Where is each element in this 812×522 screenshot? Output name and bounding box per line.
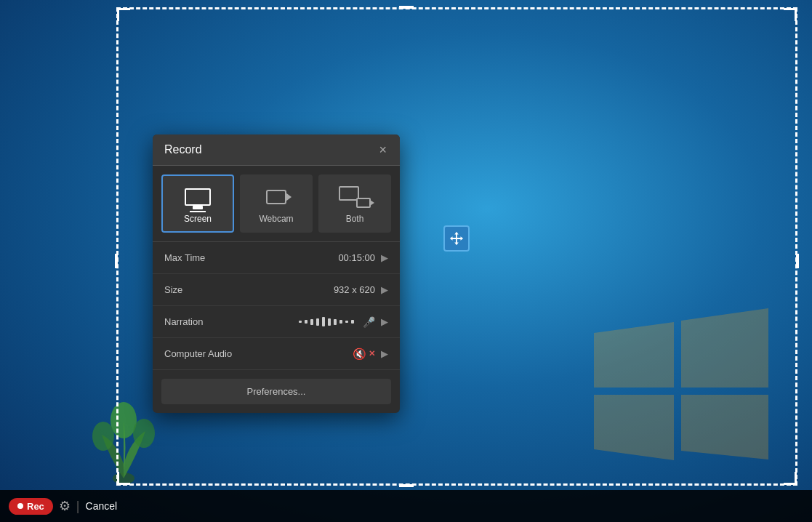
- bar-7: [334, 319, 337, 325]
- settings-gear-button[interactable]: ⚙: [59, 498, 71, 514]
- rec-dot-indicator: [17, 503, 23, 509]
- bar-3: [310, 319, 313, 325]
- size-arrow: ▶: [381, 284, 388, 295]
- dialog-header: Record ×: [153, 134, 400, 166]
- plant-decoration: [87, 398, 160, 486]
- max-time-label: Max Time: [164, 252, 338, 263]
- settings-section: Max Time 00:15:00 ▶ Size 932 x 620 ▶ Nar…: [153, 241, 400, 370]
- size-label: Size: [164, 284, 334, 295]
- both-mode-label: Both: [346, 214, 364, 224]
- max-time-row[interactable]: Max Time 00:15:00 ▶: [153, 242, 400, 274]
- svg-point-3: [133, 419, 155, 448]
- left-resize-handle[interactable]: [115, 254, 118, 268]
- preferences-button[interactable]: Preferences...: [161, 379, 391, 404]
- rec-label: Rec: [27, 501, 44, 512]
- computer-audio-arrow: ▶: [381, 348, 388, 359]
- svg-point-1: [110, 402, 137, 438]
- size-value: 932 x 620: [334, 284, 375, 295]
- bar-6: [328, 318, 331, 326]
- mode-button-group: Screen Webcam Both: [153, 166, 400, 241]
- narration-level-bars: [299, 317, 354, 326]
- webcam-mode-label: Webcam: [259, 214, 293, 224]
- bar-9: [345, 321, 348, 323]
- bottom-toolbar: Rec ⚙ | Cancel: [0, 490, 812, 522]
- mute-x-icon: ✕: [369, 349, 375, 358]
- top-resize-handle[interactable]: [399, 6, 414, 9]
- size-row[interactable]: Size 932 x 620 ▶: [153, 274, 400, 306]
- record-dialog: Record × Screen Webcam: [153, 134, 400, 413]
- bar-2: [305, 320, 307, 324]
- toolbar-separator: |: [76, 499, 80, 514]
- dialog-title: Record: [164, 143, 202, 156]
- bar-4: [316, 318, 319, 326]
- bar-10: [351, 320, 354, 324]
- audio-muted-icon: 🔇 ✕: [353, 348, 375, 361]
- bottom-resize-handle[interactable]: [399, 484, 414, 487]
- right-resize-handle[interactable]: [796, 254, 799, 268]
- windows-logo-decoration: [579, 275, 783, 478]
- max-time-arrow: ▶: [381, 252, 388, 263]
- microphone-icon: 🎤: [363, 316, 375, 328]
- close-button[interactable]: ×: [377, 143, 388, 156]
- max-time-value: 00:15:00: [338, 252, 375, 263]
- mode-webcam-button[interactable]: Webcam: [240, 174, 313, 233]
- bar-8: [339, 320, 342, 324]
- move-cursor-icon[interactable]: [443, 225, 470, 252]
- narration-label: Narration: [164, 316, 299, 327]
- rec-button[interactable]: Rec: [9, 498, 53, 515]
- bar-1: [299, 321, 302, 323]
- cancel-button[interactable]: Cancel: [86, 500, 118, 512]
- screen-mode-label: Screen: [184, 214, 212, 224]
- narration-arrow: ▶: [381, 316, 388, 327]
- svg-point-2: [92, 422, 114, 451]
- narration-row[interactable]: Narration 🎤 ▶: [153, 306, 400, 338]
- bar-5: [322, 317, 325, 326]
- computer-audio-label: Computer Audio: [164, 348, 353, 359]
- mode-both-button[interactable]: Both: [318, 174, 391, 233]
- computer-audio-row[interactable]: Computer Audio 🔇 ✕ ▶: [153, 338, 400, 370]
- mode-screen-button[interactable]: Screen: [161, 174, 234, 233]
